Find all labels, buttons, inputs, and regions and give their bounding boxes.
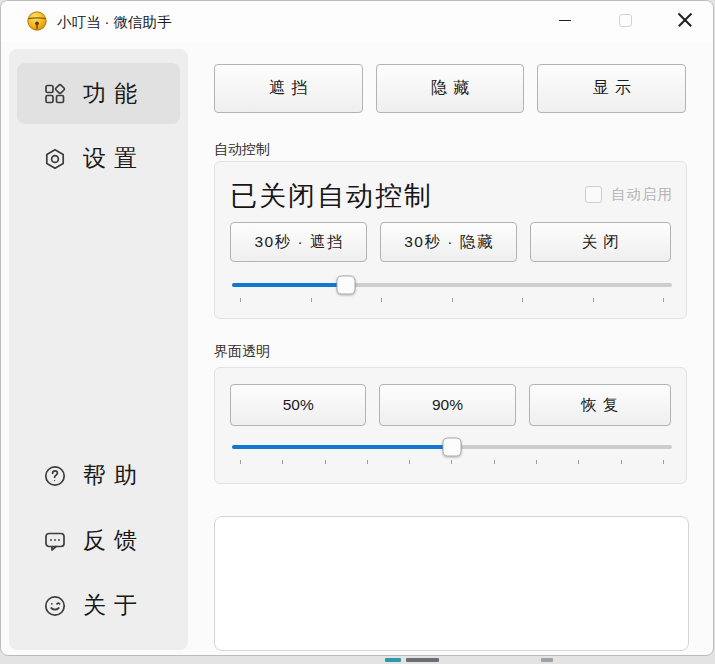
settings-icon: [43, 147, 67, 171]
opacity-90-button[interactable]: 90%: [379, 384, 515, 426]
auto-enable-checkbox[interactable]: [585, 186, 602, 203]
sidebar-item-settings[interactable]: 设置: [17, 128, 180, 189]
quick-actions-row: 遮挡 隐藏 显示: [214, 64, 686, 113]
slider-fill: [232, 445, 452, 449]
app-window: 小叮当 · 微信助手 功能: [0, 0, 714, 656]
transparency-section-label: 界面透明: [214, 343, 270, 361]
sidebar-item-feedback[interactable]: 反馈: [17, 510, 180, 571]
slider-ticks: [240, 298, 664, 302]
taskbar-sliver: [541, 658, 553, 662]
bell-icon: [26, 10, 48, 32]
sidebar-spacer: [17, 189, 180, 445]
auto-control-buttons: 30秒 · 遮挡 30秒 · 隐藏 关闭: [230, 222, 671, 262]
slider-fill: [232, 283, 346, 287]
maximize-button[interactable]: [602, 1, 648, 39]
slider-thumb[interactable]: [337, 276, 356, 295]
close-button[interactable]: [662, 1, 708, 39]
auto-control-group: 已关闭自动控制 自动启用 30秒 · 遮挡 30秒 · 隐藏 关闭: [214, 161, 687, 319]
hide-30s-button[interactable]: 30秒 · 隐藏: [380, 222, 517, 262]
opacity-50-button[interactable]: 50%: [230, 384, 366, 426]
sidebar: 功能 设置 帮助: [9, 49, 188, 650]
transparency-buttons: 50% 90% 恢复: [230, 384, 671, 426]
smiley-icon: [43, 594, 67, 618]
hide-button[interactable]: 隐藏: [376, 64, 525, 113]
feedback-icon: [43, 529, 67, 553]
help-icon: [43, 464, 67, 488]
sidebar-item-label: 功能: [83, 78, 145, 109]
show-button[interactable]: 显示: [537, 64, 686, 113]
auto-control-section-label: 自动控制: [214, 141, 270, 159]
sidebar-item-label: 关于: [83, 590, 145, 621]
sidebar-item-about[interactable]: 关于: [17, 575, 180, 636]
sidebar-item-label: 帮助: [83, 460, 145, 491]
auto-enable-label: 自动启用: [611, 185, 673, 204]
sidebar-item-help[interactable]: 帮助: [17, 445, 180, 506]
auto-control-slider[interactable]: [232, 274, 672, 304]
taskbar-sliver: [406, 658, 439, 662]
minimize-button[interactable]: [542, 1, 588, 39]
sidebar-item-label: 设置: [83, 143, 145, 174]
auto-enable-row: 自动启用: [585, 185, 673, 204]
log-output-box[interactable]: [214, 516, 689, 651]
titlebar: 小叮当 · 微信助手: [1, 1, 713, 41]
minimize-icon: [559, 20, 571, 21]
slider-track[interactable]: [232, 283, 672, 287]
auto-control-status: 已关闭自动控制: [230, 178, 433, 214]
block-button[interactable]: 遮挡: [214, 64, 363, 113]
sidebar-item-label: 反馈: [83, 525, 145, 556]
restore-opacity-button[interactable]: 恢复: [529, 384, 671, 426]
close-icon: [677, 12, 693, 28]
apps-grid-icon: [43, 82, 67, 106]
slider-thumb[interactable]: [443, 438, 462, 457]
sidebar-item-functions[interactable]: 功能: [17, 63, 180, 124]
slider-ticks: [240, 460, 664, 464]
block-30s-button[interactable]: 30秒 · 遮挡: [230, 222, 367, 262]
transparency-group: 50% 90% 恢复: [214, 367, 687, 484]
maximize-icon: [619, 14, 632, 27]
transparency-slider[interactable]: [232, 436, 672, 466]
window-title: 小叮当 · 微信助手: [57, 13, 171, 32]
taskbar-sliver: [385, 658, 401, 662]
auto-off-button[interactable]: 关闭: [530, 222, 671, 262]
